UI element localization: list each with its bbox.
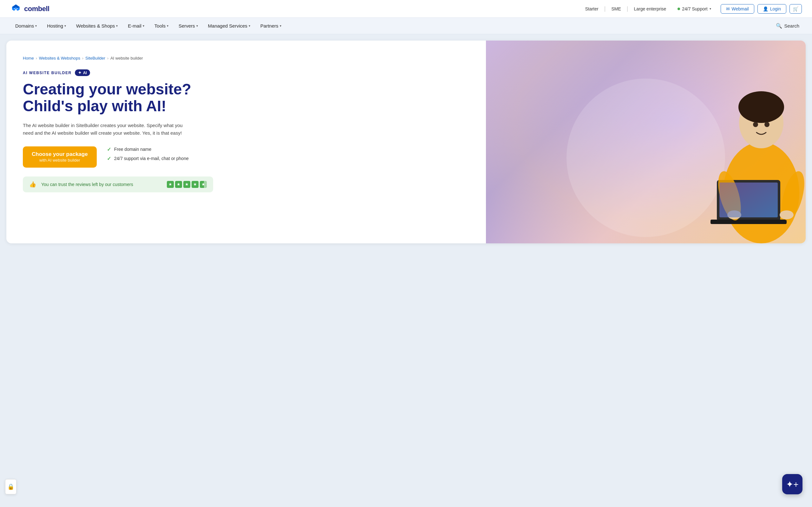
hero-left: Home › Websites & Webshops › SiteBuilder… [6,41,486,243]
hero-heading: Creating your website? Child's play with… [23,81,469,115]
svg-point-10 [753,122,758,127]
lock-widget[interactable]: 🔒 [5,479,16,494]
nav-managed-label: Managed Services [208,23,247,29]
login-button[interactable]: 👤 Login [757,4,786,14]
nav-managed-services[interactable]: Managed Services ▾ [203,18,255,34]
hero-background [486,41,806,243]
nav-hosting-chevron: ▾ [64,24,66,27]
main-content: Home › Websites & Webshops › SiteBuilder… [0,34,812,250]
trust-text: You can trust the reviews left by our cu… [41,182,162,187]
nav-tools-chevron: ▾ [167,24,168,27]
nav-email[interactable]: E-mail ▾ [123,18,149,34]
top-actions: ✉ Webmail 👤 Login 🛒 [721,4,802,14]
feature-text-1: Free domain name [114,147,152,152]
person-illustration [672,60,806,243]
cart-button[interactable]: 🛒 [790,4,802,14]
svg-point-11 [764,122,769,127]
nav-servers-label: Servers [179,23,195,29]
webmail-button[interactable]: ✉ Webmail [721,4,754,14]
breadcrumb-sitebuilder[interactable]: SiteBuilder [85,56,105,60]
svg-rect-5 [711,220,786,224]
nav-items: Domains ▾ Hosting ▾ Websites & Shops ▾ E… [10,18,773,34]
search-icon: 🔍 [776,23,782,29]
nav-hosting-label: Hosting [47,23,63,29]
brand-name: combell [24,5,49,13]
thumbs-up-icon: 👍 [29,181,36,188]
search-label: Search [784,23,799,29]
nav-domains-chevron: ▾ [35,24,37,27]
ai-badge-text: AI [83,71,87,75]
cta-sub-text: with AI website builder [39,158,80,163]
nav-websites-label: Websites & Shops [76,23,115,29]
breadcrumb-websites[interactable]: Websites & Webshops [39,56,80,60]
nav-tools[interactable]: Tools ▾ [149,18,173,34]
nav-large-enterprise[interactable]: Large enterprise [628,6,672,11]
nav-servers-chevron: ▾ [196,24,198,27]
hero-description: The AI website builder in SiteBuilder cr… [23,122,188,137]
ai-widget-icon: ✦+ [786,479,798,490]
hero-right [486,41,806,243]
star-2: ★ [175,181,182,188]
cta-row: Choose your package with AI website buil… [23,147,469,168]
svg-point-9 [780,210,794,219]
badge-row: AI WEBSITE BUILDER ✦ AI [23,69,469,76]
ai-badge: ✦ AI [75,69,90,76]
cta-main-text: Choose your package [32,151,88,158]
hero-heading-line1: Creating your website? [23,81,191,98]
breadcrumb-home[interactable]: Home [23,56,34,60]
hero-heading-line2: Child's play with AI! [23,98,166,114]
combell-logo-icon [10,3,21,14]
breadcrumb-sep-1: › [36,56,37,60]
logo-area: combell [10,3,49,14]
ai-assistant-widget[interactable]: ✦+ [782,474,803,494]
top-bar: combell Starter | SME | Large enterprise… [0,0,812,18]
lock-icon: 🔒 [7,483,14,490]
breadcrumb-current: AI website builder [110,56,143,60]
nav-email-label: E-mail [128,23,142,29]
nav-hosting[interactable]: Hosting ▾ [42,18,71,34]
ai-badge-icon: ✦ [78,70,82,75]
breadcrumb-sep-2: › [82,56,84,60]
support-label: 24/7 Support [682,6,707,11]
svg-point-2 [739,91,784,123]
nav-managed-chevron: ▾ [249,24,250,27]
star-4: ★ [192,181,199,188]
support-button[interactable]: 24/7 Support ▾ [672,6,716,11]
cart-icon: 🛒 [793,6,798,11]
login-label: Login [770,6,781,11]
nav-websites-shops[interactable]: Websites & Shops ▾ [71,18,123,34]
check-icon-2: ✓ [107,156,111,162]
support-chevron-icon: ▾ [710,7,711,10]
nav-tools-label: Tools [154,23,165,29]
nav-sme[interactable]: SME [606,6,626,11]
star-5: ★ [200,181,207,188]
breadcrumb: Home › Websites & Webshops › SiteBuilder… [23,56,469,60]
star-3: ★ [183,181,190,188]
nav-partners[interactable]: Partners ▾ [255,18,287,34]
trust-bar: 👍 You can trust the reviews left by our … [23,176,213,192]
webmail-label: Webmail [732,6,749,11]
breadcrumb-sep-3: › [107,56,108,60]
top-links: Starter | SME | Large enterprise 24/7 Su… [579,5,717,12]
user-icon: 👤 [763,6,768,11]
nav-websites-chevron: ▾ [116,24,118,27]
nav-partners-label: Partners [260,23,278,29]
nav-servers[interactable]: Servers ▾ [173,18,203,34]
feature-item-2: ✓ 24/7 support via e-mail, chat or phone [107,156,189,162]
choose-package-button[interactable]: Choose your package with AI website buil… [23,147,97,168]
nav-domains[interactable]: Domains ▾ [10,18,42,34]
hero-card: Home › Websites & Webshops › SiteBuilder… [6,41,806,243]
nav-bar: Domains ▾ Hosting ▾ Websites & Shops ▾ E… [0,18,812,34]
feature-list: ✓ Free domain name ✓ 24/7 support via e-… [107,147,189,162]
search-button[interactable]: 🔍 Search [773,23,802,29]
feature-text-2: 24/7 support via e-mail, chat or phone [114,156,189,161]
nav-email-chevron: ▾ [143,24,144,27]
nav-domains-label: Domains [15,23,34,29]
section-label: AI WEBSITE BUILDER [23,71,72,75]
mail-icon: ✉ [726,6,730,11]
feature-item-1: ✓ Free domain name [107,147,189,153]
nav-starter[interactable]: Starter [579,6,604,11]
star-1: ★ [167,181,174,188]
stars-row: ★ ★ ★ ★ ★ [167,181,207,188]
support-online-dot [677,8,680,10]
